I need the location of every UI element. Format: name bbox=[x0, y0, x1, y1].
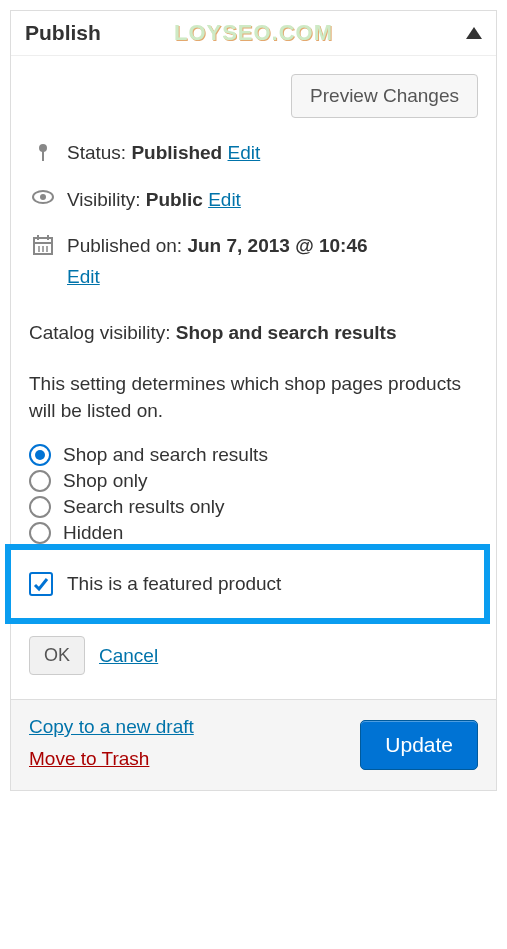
radio-label: Search results only bbox=[63, 496, 225, 518]
catalog-visibility-row: Catalog visibility: Shop and search resu… bbox=[29, 320, 478, 347]
cancel-link[interactable]: Cancel bbox=[99, 645, 158, 667]
visibility-row: Visibility: Public Edit bbox=[29, 187, 478, 214]
radio-icon bbox=[29, 470, 51, 492]
calendar-icon bbox=[29, 235, 57, 255]
preview-changes-button[interactable]: Preview Changes bbox=[291, 74, 478, 118]
visibility-value: Public bbox=[146, 189, 203, 210]
panel-header: Publish LOYSEO.COM bbox=[11, 11, 496, 56]
watermark: LOYSEO.COM bbox=[174, 20, 333, 46]
radio-icon bbox=[29, 522, 51, 544]
move-to-trash-link[interactable]: Move to Trash bbox=[29, 748, 194, 770]
status-label: Status: bbox=[67, 142, 126, 163]
radio-hidden[interactable]: Hidden bbox=[29, 522, 478, 544]
catalog-description: This setting determines which shop pages… bbox=[29, 371, 478, 424]
eye-icon bbox=[29, 189, 57, 205]
update-button[interactable]: Update bbox=[360, 720, 478, 770]
published-label: Published on: bbox=[67, 235, 182, 256]
catalog-radio-group: Shop and search results Shop only Search… bbox=[29, 444, 478, 544]
radio-shop-only[interactable]: Shop only bbox=[29, 470, 478, 492]
radio-icon bbox=[29, 444, 51, 466]
visibility-edit-link[interactable]: Edit bbox=[208, 189, 241, 210]
panel-body: Preview Changes Status: Published Edit V… bbox=[11, 56, 496, 675]
radio-label: Shop only bbox=[63, 470, 148, 492]
ok-button[interactable]: OK bbox=[29, 636, 85, 675]
svg-rect-1 bbox=[42, 151, 44, 161]
featured-label: This is a featured product bbox=[67, 573, 281, 595]
radio-label: Hidden bbox=[63, 522, 123, 544]
visibility-label: Visibility: bbox=[67, 189, 141, 210]
publish-panel: Publish LOYSEO.COM Preview Changes Statu… bbox=[10, 10, 497, 791]
published-edit-link[interactable]: Edit bbox=[67, 264, 478, 291]
svg-point-3 bbox=[40, 194, 46, 200]
status-row: Status: Published Edit bbox=[29, 140, 478, 167]
panel-title: Publish bbox=[25, 21, 101, 45]
radio-icon bbox=[29, 496, 51, 518]
published-row: Published on: Jun 7, 2013 @ 10:46 Edit bbox=[29, 233, 478, 290]
radio-shop-and-search[interactable]: Shop and search results bbox=[29, 444, 478, 466]
catalog-value: Shop and search results bbox=[176, 322, 397, 343]
featured-highlight: This is a featured product bbox=[5, 544, 490, 624]
featured-checkbox-row[interactable]: This is a featured product bbox=[29, 572, 466, 596]
checkbox-icon bbox=[29, 572, 53, 596]
status-value: Published bbox=[131, 142, 222, 163]
catalog-label: Catalog visibility: bbox=[29, 322, 171, 343]
radio-search-only[interactable]: Search results only bbox=[29, 496, 478, 518]
collapse-toggle-icon[interactable] bbox=[466, 27, 482, 39]
radio-label: Shop and search results bbox=[63, 444, 268, 466]
published-value: Jun 7, 2013 @ 10:46 bbox=[187, 235, 367, 256]
panel-footer: Copy to a new draft Move to Trash Update bbox=[11, 699, 496, 790]
status-edit-link[interactable]: Edit bbox=[228, 142, 261, 163]
pin-icon bbox=[29, 142, 57, 164]
copy-draft-link[interactable]: Copy to a new draft bbox=[29, 716, 194, 738]
svg-point-0 bbox=[39, 144, 47, 152]
